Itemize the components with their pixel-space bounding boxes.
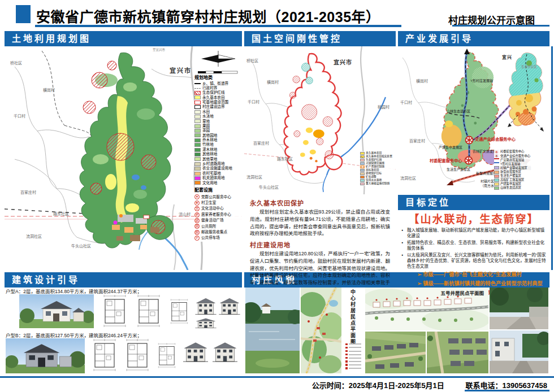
elevation-drawing [194,295,217,317]
legend-item: 村镇产业联动发展区 [494,166,549,169]
legend-item: 乡、镇、街道界 [194,82,242,86]
map-label-city: 宜兴市 [170,68,192,74]
legend-label: 其他草地 [202,158,217,162]
legend-item: 其他林地 [194,153,242,156]
contact-phone: 联系电话：13905637458 [465,381,547,390]
legend-label: 苏皖矿工旅发展区 [500,178,524,181]
legend-item: 乡村道路用地 [194,162,242,166]
legend-label: 文化活动中心 [201,207,224,211]
legend-label: 公共停车场 [201,236,220,240]
legend-label: 灌木林地 [202,148,217,152]
legend-swatch [194,162,201,166]
legend-label: 水田 [202,110,210,114]
floor-plan-drawing [122,337,153,372]
legend-swatch [194,95,201,99]
legend-label: 农业设施建设用地 [202,167,232,171]
facility-item: P公共停车场 [194,236,242,241]
wujinghao-plan: 五号井居民点平面图 [365,288,488,330]
legend-item: 生活生产聚集区 [494,175,549,178]
legend-icon: ✳ [494,154,499,158]
panel-title-goal: 目标定位 [398,195,549,210]
facility-item: ★党群公共服务中心 [194,194,242,199]
legend-label: 公共厕所 [201,225,216,229]
facility-item: 健健身活动广场 [194,218,242,223]
legend-item: 水田 [194,110,242,114]
control-legend: 永久基本农田永久基本农田核实处置生态保护红线河湖管理范围线矿产资源控制线高标准农… [360,151,395,186]
legend-swatch [360,162,365,165]
legend-icon: 健 [194,218,200,223]
map-label: 桥社区 [246,59,258,63]
legend-swatch [194,167,201,171]
legend-item: 水浇地 [194,115,242,119]
legend-list: ✳村委配套服务中心✳交通产业综合服务中心广宜路商贸发展轴Y形村庄发展轴村镇产业联… [494,150,549,190]
zone-label: 山林生态适养区 [447,110,470,113]
legend-label: 永久基本农田 [202,96,225,100]
legend-label: 党群公共服务中心 [201,195,231,199]
legend-swatch [360,169,365,172]
goal-block: 【山水联动，生态箭穿】 融入城镇发展轴、联动新杭镇区的产城发展功能，助力中心镇区… [398,210,549,271]
legend-item: 广宜路商贸发展轴 [494,158,549,162]
house-photo-a [19,294,94,328]
legend-item: 机关团体用地 [194,176,242,180]
facility-item: 邮邮政服务收集点 [194,230,242,235]
map-label: 千口村 [400,101,412,104]
section-heading: 永久基本农田保护 [250,198,390,207]
legend-swatch [194,148,201,152]
legend-item: 山林生态适养区 [494,186,549,190]
legend-label: 广宜路商贸发展轴 [500,159,524,162]
legend-label: Y形村庄发展轴 [500,163,520,165]
legend-item: 文化用地 [194,181,242,185]
legend-icon: 邮 [194,230,200,235]
control-text-block: 永久基本农田保护 规划村庄划定永久基本农田93.29公顷，禁止擅自占用或改变用途… [244,194,396,271]
legend-item: 其他草地 [194,157,242,161]
legend-swatch [194,157,201,161]
legend-label: 居家养老服务中心 [201,213,231,217]
map-label: 路东社区 [53,212,69,216]
facility-item: 文文化活动中心 [194,206,242,211]
legend-item: Y形村庄发展轴 [494,162,549,165]
aerial-rendering [365,332,426,373]
map-label-city: 宜兴市 [334,60,352,66]
facility-item: 厕公共厕所 [194,224,242,229]
micro-legend-row [345,347,361,349]
legend-item: 果园 [194,124,242,128]
legend-swatch [194,181,201,185]
legend-label: 村镇产业联动发展区 [500,167,527,169]
legend-swatch [194,115,201,119]
legend-icon: ✳ [494,150,499,154]
legend-label: 邮政服务收集点 [201,230,227,234]
legend-swatch [494,171,499,174]
legend-list: 永久基本农田永久基本农田核实处置生态保护红线河湖管理范围线矿产资源控制线高标准农… [360,152,395,185]
legend-swatch [194,176,201,180]
legend-item: 生态保护红线 [194,91,242,95]
micro-legend [345,342,361,371]
legend-item: 草地 [194,119,242,123]
legend-icon: P [194,236,200,241]
legend-swatch [194,124,201,128]
facility-legend-title: 配套设施 [194,188,242,193]
zone-label: 生活生产集聚区 [447,168,470,171]
scale-bar [198,71,237,73]
hub-label-traffic: 交通产业综合服务中心 [475,137,516,141]
architecture-block: 户型A：2层，基底面积134.80平方米，建筑面积244.37平方米； 户型B：… [5,288,242,374]
lake-photo [245,288,300,373]
footer-text: 公示时间：2025年4月1日-2025年5月1日 联系电话：1390563745… [312,380,547,390]
map-label: 横岗村 [416,79,428,83]
elevation-drawing [194,317,217,329]
map-label: 牛头山社区 [259,185,279,189]
legend-item: 宅基地建设范围 [194,101,242,104]
subtitle-underline [452,25,549,27]
legend-swatch [194,83,201,84]
center-plan-caption-strip: 中心村居民点平面图 [343,288,364,373]
legend-icon: ✚ [194,201,200,206]
micro-legend-row [345,367,361,369]
map-label: 流洞社区 [400,176,416,180]
industry-legend: ✳村委配套服务中心✳交通产业综合服务中心广宜路商贸发展轴Y形村庄发展轴村镇产业联… [494,150,549,190]
micro-legend-row [345,360,361,363]
village-road-photo [490,288,548,329]
legend-swatch [360,165,365,168]
map-label: 牛头山社区 [71,244,91,248]
legend-swatch [494,166,499,169]
elevation-drawing [211,339,239,364]
legend-label: 产研集中发展区 [500,182,521,185]
